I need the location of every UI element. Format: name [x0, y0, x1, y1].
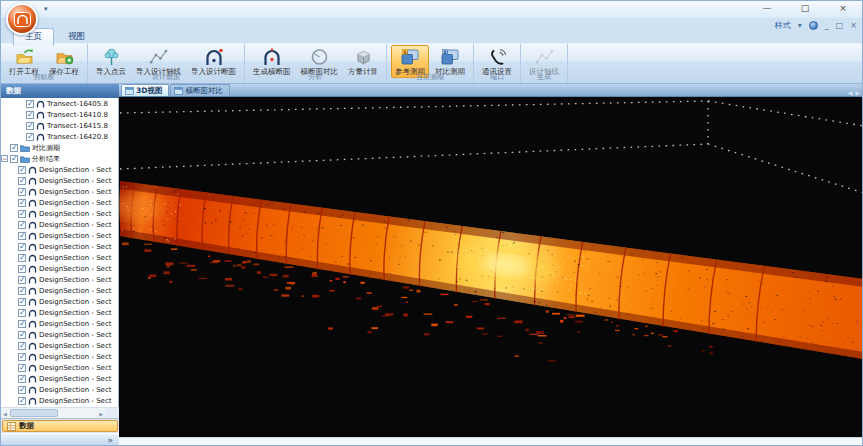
- tree-item[interactable]: ✓DesignSection - Sect: [1, 362, 118, 373]
- svg-text:2: 2: [443, 49, 446, 54]
- data-dock-tab[interactable]: 数据: [2, 420, 118, 432]
- tree-checkbox[interactable]: ✓: [18, 331, 26, 339]
- tree-item-label: DesignSection - Sect: [39, 166, 112, 174]
- ribbon-close-button[interactable]: ×: [850, 21, 857, 30]
- tree-item[interactable]: ✓DesignSection - Sect: [1, 208, 118, 219]
- chevron-more-icon[interactable]: »: [107, 435, 113, 445]
- scroll-right-icon[interactable]: ▶: [99, 411, 103, 417]
- tree-item-label: DesignSection - Sect: [39, 210, 112, 218]
- point-cloud-scene: [119, 97, 863, 437]
- doc-tab-0[interactable]: 3D视图: [121, 84, 169, 96]
- style-selector[interactable]: 样式: [775, 20, 791, 31]
- tree-item[interactable]: ✓DesignSection - Sect: [1, 219, 118, 230]
- tree-item[interactable]: ✓DesignSection - Sect: [1, 351, 118, 362]
- tree-checkbox[interactable]: ✓: [18, 199, 26, 207]
- tree-item[interactable]: ✓DesignSection - Sect: [1, 274, 118, 285]
- tree-item[interactable]: ✓Transect-16410.8: [1, 109, 118, 120]
- tree-checkbox[interactable]: ✓: [18, 375, 26, 383]
- tree-item[interactable]: ✓Transect-16420.8: [1, 131, 118, 142]
- scrollbar-corner: [105, 407, 119, 418]
- 3d-viewport[interactable]: [119, 97, 863, 437]
- volume-calc-icon: [354, 47, 373, 66]
- tree-item[interactable]: ✓DesignSection - Sect: [1, 241, 118, 252]
- data-tree: ✓Transect-16405.8✓Transect-16410.8✓Trans…: [1, 98, 119, 407]
- application-menu-button[interactable]: [6, 3, 38, 35]
- cross-section-icon: [28, 188, 37, 196]
- tab-scroll-left-icon[interactable]: ◀: [848, 89, 853, 96]
- tree-checkbox[interactable]: ✓: [26, 133, 34, 141]
- tree-collapse-icon[interactable]: −: [1, 155, 8, 162]
- tree-item[interactable]: ✓DesignSection - Sect: [1, 373, 118, 384]
- tree-horizontal-scrollbar[interactable]: ◀ ▶: [1, 407, 105, 418]
- maximize-button[interactable]: □: [794, 3, 816, 15]
- tree-item[interactable]: ✓DesignSection - Sect: [1, 197, 118, 208]
- tree-item[interactable]: ✓DesignSection - Sect: [1, 395, 118, 406]
- cross-section-icon: [36, 133, 45, 141]
- tree-checkbox[interactable]: ✓: [18, 298, 26, 306]
- tree-checkbox[interactable]: ✓: [18, 320, 26, 328]
- tree-item-label: Transect-16405.8: [47, 100, 108, 108]
- tree-checkbox[interactable]: ✓: [18, 397, 26, 405]
- tree-item[interactable]: ✓DesignSection - Sect: [1, 384, 118, 395]
- tree-item[interactable]: ✓DesignSection - Sect: [1, 230, 118, 241]
- minimize-button[interactable]: —: [756, 3, 778, 15]
- cross-section-icon: [28, 397, 37, 405]
- tree-item[interactable]: ✓DesignSection - Sect: [1, 252, 118, 263]
- tree-item-label: DesignSection - Sect: [39, 232, 112, 240]
- scroll-left-icon[interactable]: ◀: [3, 411, 7, 417]
- tree-checkbox[interactable]: ✓: [18, 166, 26, 174]
- tree-item[interactable]: ✓DesignSection - Sect: [1, 175, 118, 186]
- tree-item[interactable]: ✓Transect-16415.8: [1, 120, 118, 131]
- cross-section-icon: [36, 111, 45, 119]
- tree-checkbox[interactable]: ✓: [18, 188, 26, 196]
- help-icon[interactable]: [809, 21, 818, 30]
- tree-checkbox[interactable]: ✓: [18, 177, 26, 185]
- tree-checkbox[interactable]: ✓: [18, 221, 26, 229]
- ribbon-group-label: 设计数据: [88, 72, 244, 82]
- tree-checkbox[interactable]: ✓: [10, 144, 18, 152]
- tree-checkbox[interactable]: ✓: [18, 276, 26, 284]
- tree-checkbox[interactable]: ✓: [18, 342, 26, 350]
- tree-item[interactable]: −✓分析结果: [1, 153, 118, 164]
- tree-item[interactable]: ✓DesignSection - Sect: [1, 186, 118, 197]
- tree-item[interactable]: ✓Transect-16405.8: [1, 98, 118, 109]
- tree-checkbox[interactable]: ✓: [26, 111, 34, 119]
- design-axis-icon: [535, 47, 554, 66]
- ribbon-restore-button[interactable]: □: [836, 21, 844, 30]
- tree-checkbox[interactable]: ✓: [18, 210, 26, 218]
- tree-checkbox[interactable]: ✓: [18, 287, 26, 295]
- tree-checkbox[interactable]: ✓: [18, 254, 26, 262]
- tree-checkbox[interactable]: ✓: [26, 122, 34, 130]
- tree-checkbox[interactable]: ✓: [18, 265, 26, 273]
- tab-scroll-right-icon[interactable]: ▶: [855, 89, 860, 96]
- tree-item[interactable]: ✓DesignSection - Sect: [1, 296, 118, 307]
- tree-item[interactable]: ✓DesignSection - Sect: [1, 307, 118, 318]
- tree-checkbox[interactable]: ✓: [18, 309, 26, 317]
- tree-item[interactable]: ✓DesignSection - Sect: [1, 318, 118, 329]
- tree-item[interactable]: ✓DesignSection - Sect: [1, 164, 118, 175]
- tree-checkbox[interactable]: ✓: [18, 243, 26, 251]
- tree-item[interactable]: ✓对比测期: [1, 142, 118, 153]
- ribbon-group: 通讯设置端口: [474, 44, 521, 83]
- tree-checkbox[interactable]: ✓: [18, 386, 26, 394]
- doc-tab-1[interactable]: 横断面对比: [170, 84, 230, 96]
- style-caret-icon[interactable]: ▾: [798, 21, 802, 30]
- tree-item[interactable]: ✓DesignSection - Sect: [1, 285, 118, 296]
- quick-access-dropdown-icon[interactable]: ▾: [44, 5, 48, 13]
- ribbon-minimize-button[interactable]: _: [825, 21, 829, 30]
- tree-checkbox[interactable]: ✓: [18, 232, 26, 240]
- tree-checkbox[interactable]: ✓: [26, 100, 34, 108]
- import-axis-icon: [149, 47, 168, 66]
- ribbon-tab-1[interactable]: 视图: [56, 28, 97, 46]
- tree-checkbox[interactable]: ✓: [18, 364, 26, 372]
- tree-item[interactable]: ✓DesignSection - Sect: [1, 263, 118, 274]
- tree-checkbox[interactable]: ✓: [10, 155, 18, 163]
- close-button[interactable]: ×: [832, 3, 854, 15]
- horizontal-scroll-thumb[interactable]: [10, 409, 58, 417]
- tree-item-label: DesignSection - Sect: [39, 298, 112, 306]
- cross-section-icon: [28, 353, 37, 361]
- tree-checkbox[interactable]: ✓: [18, 353, 26, 361]
- tree-item[interactable]: ✓DesignSection - Sect: [1, 340, 118, 351]
- tree-item[interactable]: ✓DesignSection - Sect: [1, 329, 118, 340]
- import-section-icon: [204, 47, 224, 66]
